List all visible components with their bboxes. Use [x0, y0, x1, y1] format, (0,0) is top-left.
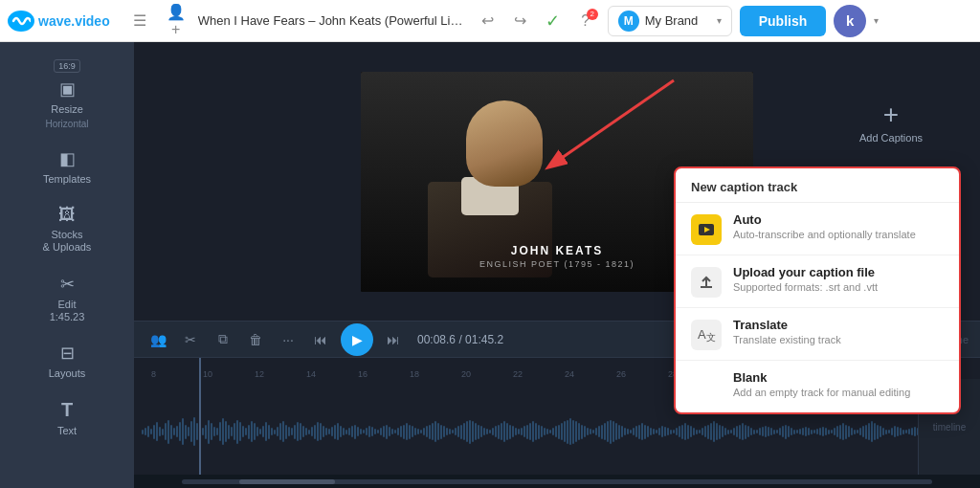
sidebar-item-templates[interactable]: ◧ Templates: [0, 139, 134, 195]
caption-popup: New caption track Auto Auto-transcribe a…: [674, 166, 961, 414]
waveform-bar: [176, 426, 178, 437]
timeline-scrollbar[interactable]: [134, 475, 980, 488]
waveform-bar: [512, 426, 514, 437]
waveform-bar: [664, 427, 666, 436]
waveform-bar: [357, 427, 359, 436]
waveform-bar: [834, 428, 835, 435]
waveform-bar: [242, 426, 244, 437]
waveform-bar: [466, 421, 468, 442]
sidebar-item-layouts[interactable]: ⊟ Layouts: [0, 333, 134, 389]
add-captions-label: Add Captions: [859, 132, 923, 144]
sidebar-item-text[interactable]: T Text: [0, 389, 134, 447]
avatar-chevron-icon[interactable]: ▾: [874, 15, 879, 26]
waveform-bar: [228, 425, 230, 439]
caption-auto-desc: Auto-transcribe and optionally translate: [733, 229, 944, 240]
timeline-skip-back-button[interactable]: ⏮: [308, 327, 333, 352]
waveform-bar: [363, 430, 365, 433]
waveform-bar: [532, 421, 534, 442]
waveform-bar: [724, 428, 726, 435]
waveform-bar: [653, 429, 655, 434]
waveform-bar: [687, 425, 689, 439]
waveform-bar: [323, 426, 324, 437]
waveform-bar: [693, 428, 695, 435]
waveform-bar: [567, 420, 568, 444]
waveform-bar: [211, 423, 212, 440]
caption-option-upload[interactable]: Upload your caption file Supported forma…: [676, 255, 959, 308]
waveform-bar: [337, 423, 339, 440]
publish-button[interactable]: Publish: [740, 6, 827, 36]
caption-translate-text: Translate Translate existing track: [733, 318, 944, 345]
waveform-bar: [546, 429, 548, 434]
waveform-bar: [572, 420, 574, 444]
add-captions-area[interactable]: + Add Captions: [859, 100, 923, 144]
waveform-bar: [587, 428, 589, 435]
waveform-bar: [320, 423, 322, 440]
waveform-bar: [842, 423, 844, 440]
caption-auto-title: Auto: [733, 212, 944, 227]
add-user-button[interactable]: 👤+: [162, 7, 190, 35]
sidebar-item-edit[interactable]: ✂ Edit1:45.23: [0, 264, 134, 333]
caption-option-auto[interactable]: Auto Auto-transcribe and optionally tran…: [676, 203, 959, 255]
waveform-bar: [704, 426, 706, 437]
ruler-mark-18: 18: [410, 369, 419, 379]
caption-upload-text: Upload your caption file Supported forma…: [733, 265, 944, 293]
undo-button[interactable]: ↩: [474, 7, 502, 35]
help-button[interactable]: ? 2: [571, 7, 600, 35]
waveform-bar: [251, 421, 253, 442]
waveform-bar: [434, 421, 436, 442]
waveform-bar: [506, 423, 508, 440]
waveform-bar: [475, 423, 477, 440]
waveform-bar: [259, 429, 261, 434]
waveform: [134, 408, 980, 455]
waveform-bar: [285, 425, 287, 439]
brand-avatar: M: [618, 11, 639, 32]
menu-button[interactable]: ☰: [125, 7, 154, 35]
waveform-bar: [529, 423, 531, 440]
waveform-bar: [650, 428, 652, 435]
caption-option-blank[interactable]: Blank Add an empty track for manual edit…: [676, 361, 959, 412]
scrollbar-thumb[interactable]: [239, 479, 335, 484]
waveform-bar: [305, 428, 307, 435]
timeline-cut-button[interactable]: ✂: [178, 327, 203, 352]
waveform-bar: [314, 425, 316, 439]
waveform-bar: [446, 428, 448, 435]
sidebar-item-resize[interactable]: 16:9 ▣ Resize Horizontal: [0, 50, 134, 139]
waveform-bar: [225, 421, 227, 442]
waveform-bar: [624, 428, 626, 435]
timeline-play-button[interactable]: ▶: [341, 323, 373, 356]
waveform-bar: [245, 428, 247, 435]
timeline-more-button[interactable]: ···: [276, 327, 301, 352]
waveform-bar: [799, 429, 801, 434]
waveform-bar: [859, 428, 861, 435]
sidebar-item-stocks[interactable]: 🖼 Stocks& Uploads: [0, 195, 134, 263]
svg-text:A: A: [698, 327, 706, 342]
waveform-bar: [343, 428, 345, 435]
waveform-bar: [696, 430, 698, 434]
caption-blank-text: Blank Add an empty track for manual edit…: [733, 370, 944, 398]
waveform-bar: [526, 425, 528, 439]
waveform-bar: [208, 420, 210, 444]
waveform-bar: [420, 430, 422, 433]
redo-button[interactable]: ↪: [506, 7, 535, 35]
waveform-bar: [541, 426, 543, 437]
ruler-mark-8: 8: [151, 369, 156, 379]
caption-option-translate[interactable]: A文 Translate Translate existing track: [676, 308, 959, 361]
timeline-copy-button[interactable]: ⧉: [211, 327, 235, 352]
waveform-bar: [874, 423, 876, 440]
resize-badge: 16:9: [54, 59, 80, 73]
waveform-bar: [156, 422, 158, 441]
timeline-people-button[interactable]: 👥: [145, 327, 170, 352]
timeline-skip-forward-button[interactable]: ⏭: [381, 327, 406, 352]
time-display: 00:08.6 / 01:45.2: [417, 333, 503, 346]
user-avatar[interactable]: k: [834, 5, 866, 37]
waveform-bar: [836, 426, 838, 437]
waveform-bar: [417, 429, 419, 434]
waveform-bar: [647, 426, 649, 437]
brand-selector[interactable]: M My Brand ▾: [608, 6, 732, 36]
timeline-delete-button[interactable]: 🗑: [243, 327, 268, 352]
waveform-bar: [584, 426, 586, 437]
waveform-bar: [288, 427, 290, 436]
layouts-icon: ⊟: [60, 343, 75, 364]
save-status-button[interactable]: ✓: [539, 7, 568, 35]
playhead-track: [199, 379, 201, 475]
